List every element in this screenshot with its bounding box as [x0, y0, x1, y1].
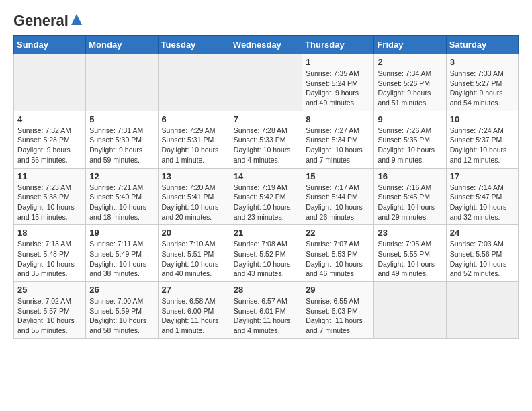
column-header-sunday: Sunday [14, 36, 86, 54]
day-info: Sunrise: 7:14 AMSunset: 5:47 PMDaylight:… [450, 183, 515, 222]
day-info: Sunrise: 7:02 AMSunset: 5:57 PMDaylight:… [17, 296, 82, 336]
day-info: Sunrise: 7:10 AMSunset: 5:51 PMDaylight:… [162, 239, 226, 279]
day-number: 4 [17, 114, 82, 124]
calendar-cell: 21Sunrise: 7:08 AMSunset: 5:52 PMDayligh… [230, 225, 302, 282]
day-info: Sunrise: 7:27 AMSunset: 5:34 PMDaylight:… [306, 126, 370, 165]
day-number: 10 [450, 114, 515, 124]
calendar-cell: 5Sunrise: 7:31 AMSunset: 5:30 PMDaylight… [86, 111, 158, 168]
calendar-cell: 6Sunrise: 7:29 AMSunset: 5:31 PMDaylight… [158, 111, 230, 168]
logo-general: General [13, 13, 69, 28]
day-info: Sunrise: 7:28 AMSunset: 5:33 PMDaylight:… [234, 126, 298, 165]
column-header-saturday: Saturday [446, 36, 518, 54]
calendar-cell: 23Sunrise: 7:05 AMSunset: 5:55 PMDayligh… [374, 225, 446, 282]
day-number: 19 [89, 228, 154, 238]
calendar-cell: 8Sunrise: 7:27 AMSunset: 5:34 PMDaylight… [302, 111, 374, 168]
day-info: Sunrise: 7:34 AMSunset: 5:26 PMDaylight:… [378, 68, 442, 108]
calendar-table: SundayMondayTuesdayWednesdayThursdayFrid… [13, 35, 519, 339]
calendar-cell: 26Sunrise: 7:00 AMSunset: 5:59 PMDayligh… [86, 282, 158, 339]
day-number: 5 [89, 114, 154, 124]
day-info: Sunrise: 7:33 AMSunset: 5:27 PMDaylight:… [450, 68, 515, 108]
day-info: Sunrise: 7:11 AMSunset: 5:49 PMDaylight:… [89, 239, 154, 279]
day-info: Sunrise: 7:21 AMSunset: 5:40 PMDaylight:… [89, 183, 154, 222]
day-info: Sunrise: 7:32 AMSunset: 5:28 PMDaylight:… [17, 126, 82, 165]
calendar-cell: 29Sunrise: 6:55 AMSunset: 6:03 PMDayligh… [302, 282, 374, 339]
calendar-cell [374, 282, 446, 339]
calendar-cell: 2Sunrise: 7:34 AMSunset: 5:26 PMDaylight… [374, 54, 446, 111]
day-number: 26 [89, 285, 154, 295]
day-number: 27 [162, 285, 226, 295]
calendar-cell [86, 54, 158, 111]
calendar-cell: 18Sunrise: 7:13 AMSunset: 5:48 PMDayligh… [14, 225, 86, 282]
calendar-cell: 22Sunrise: 7:07 AMSunset: 5:53 PMDayligh… [302, 225, 374, 282]
day-number: 20 [162, 228, 226, 238]
day-number: 29 [306, 285, 370, 295]
column-header-tuesday: Tuesday [158, 36, 230, 54]
column-header-monday: Monday [86, 36, 158, 54]
column-header-friday: Friday [374, 36, 446, 54]
calendar-cell: 15Sunrise: 7:17 AMSunset: 5:44 PMDayligh… [302, 168, 374, 225]
day-info: Sunrise: 7:05 AMSunset: 5:55 PMDaylight:… [378, 239, 442, 279]
day-number: 1 [306, 57, 370, 67]
day-number: 11 [17, 171, 82, 181]
calendar-cell: 11Sunrise: 7:23 AMSunset: 5:38 PMDayligh… [14, 168, 86, 225]
calendar-cell: 27Sunrise: 6:58 AMSunset: 6:00 PMDayligh… [158, 282, 230, 339]
day-number: 22 [306, 228, 370, 238]
day-info: Sunrise: 7:00 AMSunset: 5:59 PMDaylight:… [89, 296, 154, 336]
calendar-cell: 4Sunrise: 7:32 AMSunset: 5:28 PMDaylight… [14, 111, 86, 168]
calendar-cell: 24Sunrise: 7:03 AMSunset: 5:56 PMDayligh… [446, 225, 518, 282]
column-header-thursday: Thursday [302, 36, 374, 54]
day-info: Sunrise: 6:58 AMSunset: 6:00 PMDaylight:… [162, 296, 226, 336]
day-number: 25 [17, 285, 82, 295]
day-number: 8 [306, 114, 370, 124]
calendar-cell: 13Sunrise: 7:20 AMSunset: 5:41 PMDayligh… [158, 168, 230, 225]
calendar-cell: 16Sunrise: 7:16 AMSunset: 5:45 PMDayligh… [374, 168, 446, 225]
day-number: 7 [234, 114, 298, 124]
calendar-cell: 17Sunrise: 7:14 AMSunset: 5:47 PMDayligh… [446, 168, 518, 225]
day-number: 24 [450, 228, 515, 238]
day-number: 18 [17, 228, 82, 238]
day-number: 21 [234, 228, 298, 238]
calendar-cell: 28Sunrise: 6:57 AMSunset: 6:01 PMDayligh… [230, 282, 302, 339]
logo-triangle-icon [70, 13, 83, 26]
day-number: 13 [162, 171, 226, 181]
day-number: 12 [89, 171, 154, 181]
day-info: Sunrise: 7:26 AMSunset: 5:35 PMDaylight:… [378, 126, 442, 165]
calendar-cell [158, 54, 230, 111]
calendar-cell [14, 54, 86, 111]
day-info: Sunrise: 7:07 AMSunset: 5:53 PMDaylight:… [306, 239, 370, 279]
svg-marker-0 [71, 14, 82, 25]
day-info: Sunrise: 7:16 AMSunset: 5:45 PMDaylight:… [378, 183, 442, 222]
day-info: Sunrise: 7:08 AMSunset: 5:52 PMDaylight:… [234, 239, 298, 279]
day-info: Sunrise: 6:55 AMSunset: 6:03 PMDaylight:… [306, 296, 370, 336]
column-header-wednesday: Wednesday [230, 36, 302, 54]
day-number: 2 [378, 57, 442, 67]
calendar-cell: 1Sunrise: 7:35 AMSunset: 5:24 PMDaylight… [302, 54, 374, 111]
header: General [13, 13, 519, 28]
day-number: 16 [378, 171, 442, 181]
calendar-cell: 14Sunrise: 7:19 AMSunset: 5:42 PMDayligh… [230, 168, 302, 225]
calendar-cell [446, 282, 518, 339]
day-info: Sunrise: 7:13 AMSunset: 5:48 PMDaylight:… [17, 239, 82, 279]
calendar-cell: 20Sunrise: 7:10 AMSunset: 5:51 PMDayligh… [158, 225, 230, 282]
day-number: 3 [450, 57, 515, 67]
calendar-cell: 25Sunrise: 7:02 AMSunset: 5:57 PMDayligh… [14, 282, 86, 339]
logo: General [13, 13, 83, 28]
day-info: Sunrise: 7:24 AMSunset: 5:37 PMDaylight:… [450, 126, 515, 165]
calendar-cell: 12Sunrise: 7:21 AMSunset: 5:40 PMDayligh… [86, 168, 158, 225]
day-number: 17 [450, 171, 515, 181]
day-number: 15 [306, 171, 370, 181]
calendar-cell: 9Sunrise: 7:26 AMSunset: 5:35 PMDaylight… [374, 111, 446, 168]
day-number: 14 [234, 171, 298, 181]
day-info: Sunrise: 7:35 AMSunset: 5:24 PMDaylight:… [306, 68, 370, 108]
day-number: 9 [378, 114, 442, 124]
day-info: Sunrise: 7:20 AMSunset: 5:41 PMDaylight:… [162, 183, 226, 222]
day-info: Sunrise: 7:19 AMSunset: 5:42 PMDaylight:… [234, 183, 298, 222]
day-info: Sunrise: 6:57 AMSunset: 6:01 PMDaylight:… [234, 296, 298, 336]
day-number: 23 [378, 228, 442, 238]
day-info: Sunrise: 7:03 AMSunset: 5:56 PMDaylight:… [450, 239, 515, 279]
day-number: 28 [234, 285, 298, 295]
day-info: Sunrise: 7:31 AMSunset: 5:30 PMDaylight:… [89, 126, 154, 165]
calendar-cell: 3Sunrise: 7:33 AMSunset: 5:27 PMDaylight… [446, 54, 518, 111]
day-info: Sunrise: 7:17 AMSunset: 5:44 PMDaylight:… [306, 183, 370, 222]
day-number: 6 [162, 114, 226, 124]
